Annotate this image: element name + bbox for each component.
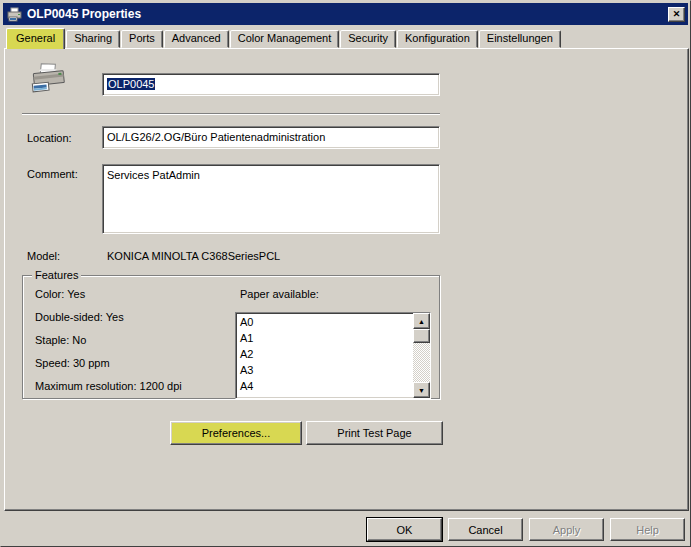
- location-input[interactable]: OL/LG26/2.OG/Büro Patientenadministratio…: [102, 126, 440, 149]
- print-test-page-button[interactable]: Print Test Page: [306, 421, 443, 445]
- feature-color: Color: Yes: [35, 288, 182, 302]
- comment-value: Services PatAdmin: [107, 169, 200, 181]
- features-legend: Features: [32, 269, 81, 282]
- tab-advanced[interactable]: Advanced: [164, 30, 229, 48]
- scrollbar-thumb[interactable]: [413, 329, 430, 343]
- feature-speed: Speed: 30 ppm: [35, 357, 182, 371]
- ok-button[interactable]: OK: [367, 518, 442, 541]
- tab-security[interactable]: Security: [340, 30, 396, 48]
- comment-input[interactable]: Services PatAdmin: [102, 164, 440, 234]
- scroll-up-button[interactable]: ▲: [413, 313, 430, 329]
- apply-button-label: Apply: [553, 524, 581, 536]
- separator: [22, 113, 440, 115]
- paper-available-label: Paper available:: [240, 288, 319, 300]
- features-groupbox: Features Color: Yes Double-sided: Yes St…: [22, 275, 440, 399]
- printer-icon: [6, 7, 23, 22]
- list-item[interactable]: A3: [240, 363, 413, 379]
- general-tab-panel: OLP0045 Location: OL/LG26/2.OG/Büro Pati…: [4, 48, 689, 511]
- tab-einstellungen[interactable]: Einstellungen: [479, 30, 561, 48]
- location-label: Location:: [27, 132, 72, 144]
- model-label: Model:: [27, 250, 60, 262]
- tab-konfiguration[interactable]: Konfiguration: [397, 30, 478, 48]
- feature-double-sided: Double-sided: Yes: [35, 311, 182, 325]
- tab-strip: General Sharing Ports Advanced Color Man…: [6, 28, 562, 48]
- help-button-label: Help: [636, 524, 659, 536]
- print-test-page-button-label: Print Test Page: [337, 427, 411, 439]
- list-item[interactable]: A1: [240, 331, 413, 347]
- printer-icon: [29, 61, 71, 99]
- close-icon: ✕: [673, 10, 681, 19]
- feature-list: Color: Yes Double-sided: Yes Staple: No …: [35, 288, 182, 403]
- preferences-button-label: Preferences...: [202, 427, 270, 439]
- window-title: OLP0045 Properties: [27, 7, 141, 21]
- apply-button[interactable]: Apply: [529, 518, 604, 541]
- vertical-scrollbar[interactable]: ▲ ▼: [413, 313, 430, 398]
- arrow-down-icon: ▼: [418, 387, 425, 394]
- paper-list: A0 A1 A2 A3 A4: [236, 313, 413, 398]
- printer-name-value: OLP0045: [107, 78, 155, 90]
- model-value: KONICA MINOLTA C368SeriesPCL: [107, 250, 280, 262]
- titlebar[interactable]: OLP0045 Properties ✕: [3, 3, 688, 25]
- preferences-button[interactable]: Preferences...: [170, 421, 302, 445]
- cancel-button-label: Cancel: [468, 524, 502, 536]
- printer-properties-dialog: OLP0045 Properties ✕ General Sharing Por…: [0, 0, 691, 547]
- comment-label: Comment:: [27, 168, 78, 180]
- feature-staple: Staple: No: [35, 334, 182, 348]
- cancel-button[interactable]: Cancel: [448, 518, 523, 541]
- tab-general[interactable]: General: [6, 28, 65, 49]
- arrow-up-icon: ▲: [418, 318, 425, 325]
- location-value: OL/LG26/2.OG/Büro Patientenadministratio…: [107, 131, 325, 143]
- tab-ports[interactable]: Ports: [121, 30, 163, 48]
- list-item[interactable]: A0: [240, 315, 413, 331]
- scrollbar-track[interactable]: [413, 343, 430, 382]
- tab-sharing[interactable]: Sharing: [66, 30, 120, 48]
- help-button[interactable]: Help: [610, 518, 685, 541]
- printer-name-input[interactable]: OLP0045: [102, 73, 440, 96]
- feature-max-resolution: Maximum resolution: 1200 dpi: [35, 380, 182, 394]
- list-item[interactable]: A4: [240, 379, 413, 395]
- list-item[interactable]: A2: [240, 347, 413, 363]
- scroll-down-button[interactable]: ▼: [413, 382, 430, 398]
- paper-available-listbox: A0 A1 A2 A3 A4 ▲ ▼: [235, 312, 431, 399]
- ok-button-label: OK: [397, 524, 413, 536]
- close-button[interactable]: ✕: [668, 7, 685, 22]
- tab-color-management[interactable]: Color Management: [230, 30, 340, 48]
